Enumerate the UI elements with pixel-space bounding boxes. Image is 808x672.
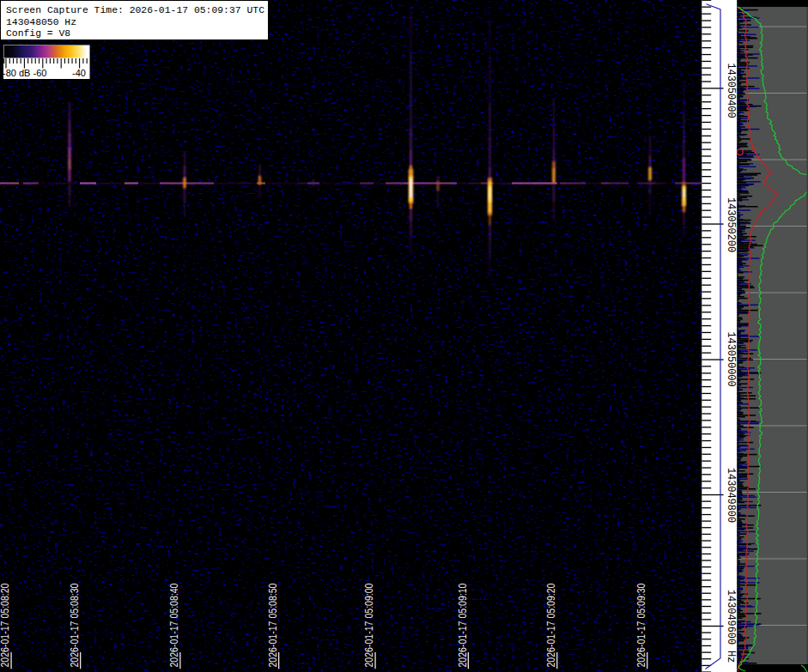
svg-text:143050200: 143050200 xyxy=(725,197,737,252)
svg-text:2026-01-17 05:08:20: 2026-01-17 05:08:20 xyxy=(0,583,11,667)
svg-text:2026-01-17 05:09:20: 2026-01-17 05:09:20 xyxy=(545,583,557,667)
svg-text:Screen Capture Time: 2026-01-1: Screen Capture Time: 2026-01-17 05:09:37… xyxy=(6,5,264,15)
svg-text:2026-01-17 05:08:30: 2026-01-17 05:08:30 xyxy=(69,583,81,667)
svg-text:2026-01-17 05:09:10: 2026-01-17 05:09:10 xyxy=(457,583,469,667)
svg-text:2026-01-17 05:08:50: 2026-01-17 05:08:50 xyxy=(267,583,279,667)
svg-text:-80 dB -60: -80 dB -60 xyxy=(3,68,46,78)
svg-text:Hz: Hz xyxy=(725,651,737,663)
svg-text:-40: -40 xyxy=(72,68,86,78)
svg-text:143050400: 143050400 xyxy=(725,64,737,118)
svg-text:2026-01-17 05:08:40: 2026-01-17 05:08:40 xyxy=(168,583,180,667)
svg-text:143048050 Hz: 143048050 Hz xyxy=(6,17,76,27)
svg-text:Config = V8: Config = V8 xyxy=(6,28,70,39)
svg-text:143049800: 143049800 xyxy=(725,468,737,523)
svg-text:143049600: 143049600 xyxy=(725,590,737,645)
svg-text:2026-01-17 05:09:30: 2026-01-17 05:09:30 xyxy=(635,583,647,667)
svg-text:143050000: 143050000 xyxy=(725,332,737,387)
svg-text:2026-01-17 05:09:00: 2026-01-17 05:09:00 xyxy=(363,583,375,667)
